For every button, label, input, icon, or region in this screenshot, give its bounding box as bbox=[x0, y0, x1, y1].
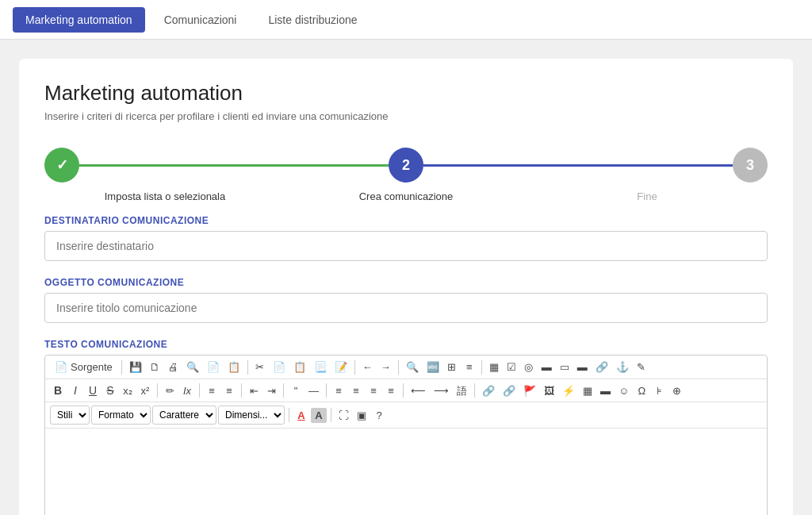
align-center-btn[interactable]: ≡ bbox=[348, 383, 364, 398]
styles-select[interactable]: Stili bbox=[50, 405, 90, 425]
divider-13 bbox=[289, 408, 289, 422]
destinatario-label: DESTINATARIO COMUNICAZIONE bbox=[44, 215, 768, 226]
remove-format-btn[interactable]: ✏ bbox=[162, 383, 178, 398]
source-button[interactable]: 📄 Sorgente bbox=[50, 359, 117, 375]
paste-text-btn[interactable]: 📃 bbox=[311, 359, 330, 375]
italic-btn[interactable]: I bbox=[67, 382, 83, 398]
stepper: ✓ 2 3 Imposta lista o selezionala Crea c… bbox=[44, 148, 768, 202]
special-char-btn[interactable]: Ω bbox=[634, 383, 649, 398]
redo-btn[interactable]: → bbox=[377, 359, 394, 375]
copy-btn[interactable]: 📄 bbox=[270, 359, 289, 375]
find-btn[interactable]: 🔍 bbox=[403, 359, 422, 375]
subscript-btn[interactable]: x₂ bbox=[120, 383, 136, 398]
divider-5 bbox=[481, 360, 482, 375]
hyperlink-btn[interactable]: 🔗 bbox=[479, 383, 498, 398]
new-btn[interactable]: 🗋 bbox=[147, 359, 163, 375]
unlink-btn[interactable]: 🔗 bbox=[500, 383, 519, 398]
bold-btn[interactable]: B bbox=[50, 382, 66, 398]
underline-btn[interactable]: U bbox=[85, 382, 101, 398]
stepper-circles: ✓ 2 3 bbox=[44, 148, 768, 183]
select-all-btn[interactable]: ⊞ bbox=[444, 359, 460, 375]
ol-btn[interactable]: ≡ bbox=[204, 383, 220, 398]
editor-body[interactable] bbox=[45, 429, 767, 515]
anchor-btn[interactable]: ⚓ bbox=[613, 359, 632, 375]
edit-btn[interactable]: ✎ bbox=[634, 359, 649, 375]
size-select[interactable]: Dimensi... bbox=[218, 405, 285, 425]
table2-btn[interactable]: ▦ bbox=[580, 383, 596, 398]
text-editor: 📄 Sorgente 💾 🗋 🖨 🔍 📄 📋 ✂ 📄 📋 📃 📝 bbox=[44, 355, 768, 515]
fullscreen-btn[interactable]: ⛶ bbox=[335, 408, 352, 423]
divider-8 bbox=[241, 383, 242, 398]
print-btn[interactable]: 🖨 bbox=[165, 359, 182, 375]
link-btn[interactable]: 🔗 bbox=[592, 359, 611, 375]
page-break-btn[interactable]: ⊧ bbox=[651, 383, 667, 398]
font-color-btn[interactable]: A bbox=[293, 408, 309, 423]
outdent-btn[interactable]: ⇤ bbox=[246, 383, 262, 398]
flash-btn[interactable]: ⚡ bbox=[559, 383, 578, 398]
ltr-btn[interactable]: ⟶ bbox=[431, 383, 452, 398]
box2-btn[interactable]: ▬ bbox=[574, 359, 591, 375]
spellcheck-btn[interactable]: ≡ bbox=[462, 359, 477, 375]
testo-label: TESTO COMUNICAZIONE bbox=[44, 339, 768, 350]
hline-btn[interactable]: ▬ bbox=[538, 359, 555, 375]
step3-label: Fine bbox=[527, 190, 768, 202]
form: DESTINATARIO COMUNICAZIONE OGGETTO COMUN… bbox=[44, 215, 768, 515]
format-select[interactable]: Formato bbox=[91, 405, 151, 425]
step2-label: Crea comunicazione bbox=[285, 190, 527, 202]
ul-btn[interactable]: ≡ bbox=[221, 383, 237, 398]
step1-label: Imposta lista o selezionala bbox=[44, 190, 285, 202]
bg-color-btn[interactable]: A bbox=[311, 408, 327, 423]
hline2-btn[interactable]: ▬ bbox=[597, 383, 614, 398]
italic2-btn[interactable]: Ix bbox=[179, 383, 195, 398]
image-btn[interactable]: 🖼 bbox=[541, 383, 557, 398]
checkbox-btn[interactable]: ☑ bbox=[504, 359, 519, 375]
destinatario-input[interactable] bbox=[44, 231, 768, 261]
doc-btn[interactable]: 📄 bbox=[204, 359, 223, 375]
superscript-btn[interactable]: x² bbox=[137, 383, 153, 398]
save-btn[interactable]: 💾 bbox=[126, 359, 145, 375]
oggetto-label: OGGETTO COMUNICAZIONE bbox=[44, 277, 768, 288]
divider-11 bbox=[403, 383, 404, 398]
paste-btn[interactable]: 📋 bbox=[290, 359, 309, 375]
divider-14 bbox=[331, 408, 331, 422]
iframe-btn[interactable]: ⊕ bbox=[668, 383, 684, 398]
nav-tab-marketing[interactable]: Marketing automation bbox=[13, 7, 145, 33]
divider-1 bbox=[121, 360, 122, 375]
paste-word-btn[interactable]: 📝 bbox=[331, 359, 350, 375]
card: Marketing automation Inserire i criteri … bbox=[19, 59, 793, 515]
toolbar-row-2: B I U S x₂ x² ✏ Ix ≡ ≡ ⇤ ⇥ " bbox=[45, 379, 767, 402]
replace-btn[interactable]: 🔤 bbox=[423, 359, 442, 375]
help-btn[interactable]: ? bbox=[371, 408, 387, 423]
box-btn[interactable]: ▭ bbox=[557, 359, 573, 375]
divider-line-btn[interactable]: — bbox=[305, 383, 322, 398]
language-btn[interactable]: 語 bbox=[454, 383, 470, 398]
toolbar-row-1: 📄 Sorgente 💾 🗋 🖨 🔍 📄 📋 ✂ 📄 📋 📃 📝 bbox=[45, 356, 767, 379]
top-navigation: Marketing automation Comunicazioni Liste… bbox=[0, 0, 812, 40]
divider-6 bbox=[157, 383, 158, 398]
align-right-btn[interactable]: ≡ bbox=[366, 383, 381, 398]
show-blocks-btn[interactable]: ▣ bbox=[354, 408, 370, 423]
stepper-labels: Imposta lista o selezionala Crea comunic… bbox=[44, 190, 768, 202]
indent-btn[interactable]: ⇥ bbox=[263, 383, 279, 398]
blockquote-btn[interactable]: " bbox=[288, 383, 304, 398]
rtl-btn[interactable]: ⟵ bbox=[408, 383, 429, 398]
flag-btn[interactable]: 🚩 bbox=[520, 383, 539, 398]
step-line-2 bbox=[423, 164, 733, 167]
doc2-btn[interactable]: 📋 bbox=[224, 359, 243, 375]
nav-tab-comunicazioni[interactable]: Comunicazioni bbox=[151, 7, 250, 33]
radio-btn[interactable]: ◎ bbox=[521, 359, 537, 375]
align-justify-btn[interactable]: ≡ bbox=[383, 383, 399, 398]
main-content: Marketing automation Inserire i criteri … bbox=[0, 40, 812, 515]
font-select[interactable]: Carattere bbox=[152, 405, 216, 425]
oggetto-input[interactable] bbox=[44, 293, 768, 323]
cut-btn[interactable]: ✂ bbox=[252, 359, 268, 375]
align-left-btn[interactable]: ≡ bbox=[331, 383, 347, 398]
divider-9 bbox=[283, 383, 284, 398]
strikethrough-btn[interactable]: S bbox=[102, 382, 118, 398]
preview-btn[interactable]: 🔍 bbox=[183, 359, 202, 375]
nav-tab-liste[interactable]: Liste distribuzione bbox=[255, 7, 370, 33]
smiley-btn[interactable]: ☺ bbox=[615, 383, 632, 398]
source-label: Sorgente bbox=[71, 361, 113, 373]
undo-btn[interactable]: ← bbox=[359, 359, 376, 375]
table-btn[interactable]: ▦ bbox=[486, 359, 502, 375]
